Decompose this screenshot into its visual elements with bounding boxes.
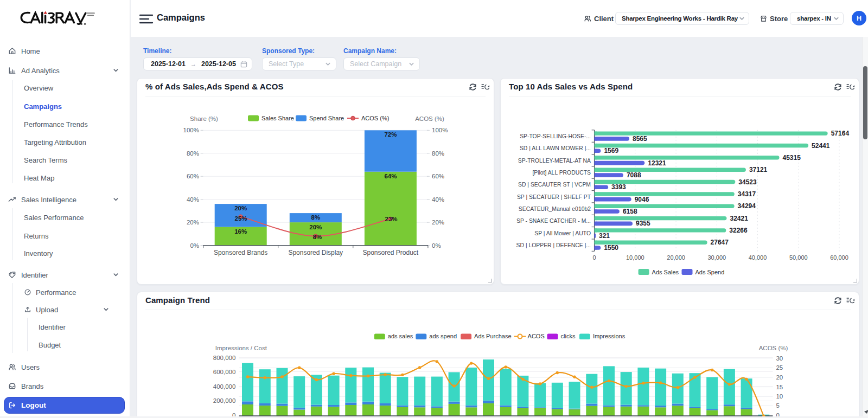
svg-text:Sponsored Brands: Sponsored Brands — [214, 249, 267, 256]
svg-text:57164: 57164 — [831, 130, 850, 137]
svg-text:400,000: 400,000 — [213, 383, 236, 390]
svg-text:40%: 40% — [432, 196, 444, 203]
svg-text:SP-TROLLEY-METAL-AT NA: SP-TROLLEY-METAL-AT NA — [518, 158, 591, 164]
svg-text:[Pilot] ALL PRODUCTS: [Pilot] ALL PRODUCTS — [532, 170, 591, 176]
svg-text:8%: 8% — [313, 234, 322, 240]
svg-text:1569: 1569 — [604, 147, 618, 155]
svg-text:16%: 16% — [234, 228, 247, 235]
svg-text:15: 15 — [776, 384, 783, 390]
svg-text:0%: 0% — [432, 242, 441, 249]
svg-text:80%: 80% — [432, 150, 444, 157]
svg-text:Sales Share: Sales Share — [261, 115, 294, 121]
svg-text:30,000: 30,000 — [707, 254, 726, 261]
svg-text:321: 321 — [599, 232, 610, 240]
svg-text:3393: 3393 — [611, 183, 626, 191]
svg-text:SP-TOP-SELLING-HOSE-...: SP-TOP-SELLING-HOSE-... — [520, 133, 591, 139]
svg-text:25%: 25% — [234, 215, 247, 222]
svg-text:20%: 20% — [234, 205, 247, 211]
svg-text:25: 25 — [776, 364, 783, 371]
svg-text:20%: 20% — [432, 219, 444, 226]
svg-text:8565: 8565 — [633, 135, 647, 143]
svg-text:60,000: 60,000 — [830, 254, 848, 261]
svg-text:600,000: 600,000 — [213, 369, 236, 375]
svg-text:Sponsored Product: Sponsored Product — [362, 249, 418, 256]
svg-text:ACOS (%): ACOS (%) — [759, 345, 788, 351]
svg-text:Spend Share: Spend Share — [309, 115, 344, 121]
svg-text:ACOS (%): ACOS (%) — [415, 115, 444, 122]
svg-text:Share (%): Share (%) — [190, 115, 218, 122]
svg-text:20,000: 20,000 — [667, 254, 685, 261]
svg-text:8%: 8% — [311, 214, 320, 221]
svg-text:ACOS: ACOS — [528, 333, 545, 339]
svg-text:Ads Spend: Ads Spend — [695, 269, 725, 275]
svg-text:10,000: 10,000 — [626, 254, 644, 261]
svg-text:1550: 1550 — [604, 244, 618, 252]
svg-text:30: 30 — [776, 355, 783, 362]
svg-text:SP | SECATUER | SHELF PT: SP | SECATUER | SHELF PT — [517, 194, 591, 200]
svg-text:ads spend: ads spend — [429, 333, 457, 339]
svg-text:200,000: 200,000 — [213, 397, 236, 404]
svg-text:100%: 100% — [183, 127, 199, 133]
svg-text:20: 20 — [776, 374, 783, 381]
svg-text:0: 0 — [593, 254, 596, 261]
svg-text:34523: 34523 — [738, 178, 757, 186]
svg-text:20%: 20% — [309, 224, 322, 230]
svg-text:32266: 32266 — [729, 227, 748, 234]
svg-text:23%: 23% — [385, 216, 397, 222]
svg-text:50,000: 50,000 — [789, 254, 808, 261]
svg-text:Sponsored Display: Sponsored Display — [288, 249, 343, 256]
svg-text:0%: 0% — [190, 242, 199, 249]
svg-text:Impressions / Cost: Impressions / Cost — [215, 345, 267, 351]
svg-text:40,000: 40,000 — [749, 254, 767, 261]
svg-text:800,000: 800,000 — [213, 355, 236, 361]
svg-text:ads sales: ads sales — [388, 333, 413, 339]
svg-text:64%: 64% — [384, 173, 397, 179]
svg-text:45315: 45315 — [783, 154, 801, 162]
svg-text:SD | LOPPER | DEFENCE |...: SD | LOPPER | DEFENCE |... — [516, 242, 591, 248]
svg-text:SECATEUR_Manual e010b2: SECATEUR_Manual e010b2 — [519, 206, 591, 212]
svg-text:6158: 6158 — [623, 208, 637, 215]
svg-text:Impressions: Impressions — [593, 333, 626, 339]
svg-text:20%: 20% — [187, 219, 199, 226]
svg-text:60%: 60% — [432, 173, 444, 179]
svg-text:40%: 40% — [187, 196, 199, 203]
svg-text:37121: 37121 — [749, 166, 768, 173]
svg-text:7088: 7088 — [627, 171, 641, 179]
svg-text:100%: 100% — [432, 127, 448, 133]
svg-text:5: 5 — [776, 402, 779, 409]
svg-text:SD | SECAUTER ST | VCPM: SD | SECAUTER ST | VCPM — [518, 182, 591, 188]
svg-text:SP - SNAKE CATCHER - M...: SP - SNAKE CATCHER - M... — [516, 218, 591, 224]
svg-text:Ads Sales: Ads Sales — [652, 269, 679, 275]
svg-text:52441: 52441 — [812, 142, 830, 150]
svg-text:10: 10 — [776, 393, 783, 400]
svg-text:72%: 72% — [384, 131, 397, 138]
svg-text:9355: 9355 — [636, 220, 650, 227]
svg-text:34317: 34317 — [738, 190, 756, 198]
svg-text:32421: 32421 — [730, 215, 749, 222]
svg-text:34294: 34294 — [738, 202, 756, 210]
svg-text:ACOS (%): ACOS (%) — [361, 115, 389, 121]
svg-text:27647: 27647 — [711, 239, 729, 246]
svg-text:80%: 80% — [187, 150, 199, 157]
svg-text:SD | ALL LAWN MOWER |...: SD | ALL LAWN MOWER |... — [520, 145, 591, 151]
svg-text:Ads Purchase: Ads Purchase — [474, 333, 511, 339]
svg-text:clicks: clicks — [561, 333, 576, 339]
svg-text:SP | All Mower | AUTO: SP | All Mower | AUTO — [534, 230, 591, 236]
svg-text:9046: 9046 — [635, 196, 649, 203]
svg-text:12321: 12321 — [648, 159, 666, 167]
svg-text:60%: 60% — [187, 173, 199, 179]
